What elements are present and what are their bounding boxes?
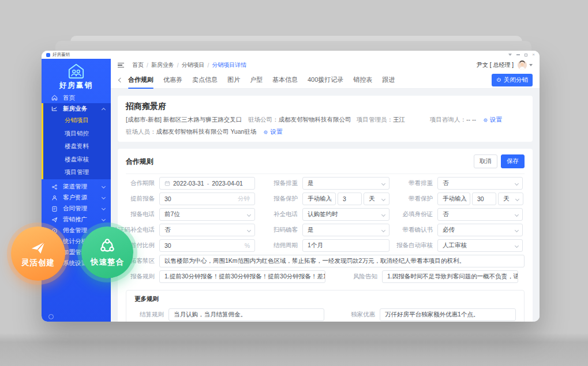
report-phone-select[interactable]: 前7位 [159, 208, 255, 221]
tab-selling-points[interactable]: 卖点信息 [192, 76, 218, 84]
save-button[interactable]: 保存 [501, 154, 525, 168]
sidebar-item-customers[interactable]: 客户资源 [42, 193, 111, 203]
tab-salescontrol-table[interactable]: 销控表 [353, 76, 372, 84]
back-chevron-icon[interactable] [118, 77, 123, 82]
cancel-button[interactable]: 取消 [474, 154, 497, 168]
top-nav-bar: 首页 / 新房业务 / 分销项目 / 分销项目详情 尹文 [ 总经理 ] [111, 59, 540, 71]
visit-protect-value-input[interactable]: 30 [472, 193, 496, 205]
breadcrumb-newhouse[interactable]: 新房业务 [151, 61, 174, 69]
sidebar-collapse-icon[interactable] [48, 314, 54, 319]
field-label: 合作期限 [126, 179, 155, 187]
chevron-up-icon [102, 107, 106, 111]
tab-cooperation-rules[interactable]: 合作规则 [128, 76, 153, 84]
visit-dedupe-select[interactable]: 否 [437, 177, 523, 190]
consultant-label: 项目咨询人： [430, 116, 466, 123]
gear-icon [483, 118, 488, 123]
sidebar-item-building-info[interactable]: 楼盘资料 [43, 140, 111, 153]
more-rules-title: 更多规则 [134, 295, 516, 303]
breadcrumb-distribution[interactable]: 分销项目 [182, 61, 205, 69]
window-menu-caret-icon[interactable] [508, 54, 512, 56]
sidebar-item-project-salescontrol[interactable]: 项目销控 [43, 127, 111, 141]
tab-images[interactable]: 图片 [227, 76, 240, 84]
sidebar-item-home[interactable]: 首页 [42, 92, 111, 103]
main-area: 首页 / 新房业务 / 分销项目 / 分销项目详情 尹文 [ 总经理 ] [111, 59, 540, 322]
down-payment-input[interactable]: 30 % [159, 239, 255, 252]
sidebar-item-channel[interactable]: 渠道管理 [42, 182, 111, 193]
visit-protect-unit-select[interactable]: 天 [498, 193, 523, 205]
user-menu[interactable]: 尹文 [ 总经理 ] [477, 61, 533, 70]
staff-settings-link[interactable]: 设置 [263, 128, 282, 136]
consultant-value: -- -- [466, 116, 476, 123]
sidebar-item-contracts[interactable]: 合同管理 [42, 203, 111, 214]
company-label: 驻场公司： [248, 116, 279, 123]
chevron-down-icon [102, 217, 106, 221]
hub-share-icon [98, 237, 117, 256]
auto-review-select[interactable]: 人工审核 [437, 239, 523, 252]
project-address: [成都市-新都] 新都区三木路与狮王路交叉口 [126, 116, 248, 124]
app-window: 好房赢销 × 好房赢销 [42, 51, 540, 322]
tab-basic-info[interactable]: 基本信息 [272, 76, 298, 84]
no-client-zone-input[interactable]: 以售楼部为中心，周围1Km范围内为红色区域，禁止拓客，一经发现罚款2万元，取消经… [159, 255, 525, 267]
captcha-phone-select[interactable]: 否 [159, 224, 255, 236]
fab-label: 快速整合 [91, 257, 124, 267]
divider [126, 173, 525, 174]
id-required-select[interactable]: 否 [437, 208, 523, 221]
settle-rule-input[interactable]: 当月认购，当月结算佣金。 [168, 308, 324, 321]
visit-confirm-doc-select[interactable]: 必传 [437, 224, 523, 236]
brand-house-users-icon [68, 63, 85, 80]
report-rule-input[interactable]: 1.提前30分钟报备！提前30分钟报备！提前30分钟报备！差1分钟都视为售楼部自… [159, 270, 325, 283]
field-label: 报备规则 [126, 273, 155, 281]
field-label: 结佣周期 [255, 242, 298, 250]
sidebar-item-marketing[interactable]: 营销推广 [42, 214, 111, 225]
minimize-icon[interactable] [516, 54, 520, 55]
exclusive-offer-input[interactable]: 万仟好房平台独家额外优惠1个点。 [380, 308, 516, 321]
power-icon [496, 77, 501, 82]
breadcrumb-home[interactable]: 首页 [132, 61, 144, 69]
quick-integrate-fab[interactable]: 快速整合 [81, 227, 133, 278]
field-label: 报备电话 [126, 210, 155, 218]
brand-name: 好房赢销 [42, 81, 111, 90]
company-value: 成都友邻智物科技有限公司 [279, 116, 351, 123]
date-end: 2023-04-01 [212, 180, 243, 187]
field-label: 风险告知 [325, 273, 377, 281]
share-network-icon [51, 183, 58, 190]
consultant-settings-link[interactable]: 设置 [483, 116, 502, 124]
field-label: 提前报备 [126, 195, 155, 203]
close-icon[interactable]: × [532, 52, 535, 57]
window-title: 好房赢销 [53, 52, 70, 58]
sidebar-item-building-review[interactable]: 楼盘审核 [43, 153, 111, 167]
tab-coupons[interactable]: 优惠券 [163, 76, 182, 84]
report-dedupe-select[interactable]: 是 [302, 177, 389, 190]
advance-report-input[interactable]: 30 分钟 [159, 193, 255, 205]
section-title: 合作规则 [126, 157, 153, 167]
gear-icon [263, 130, 268, 135]
flexible-create-fab[interactable]: 灵活创建 [11, 227, 65, 281]
tab-400-call-log[interactable]: 400拨打记录 [308, 76, 343, 84]
chevron-down-icon [102, 184, 106, 188]
sidebar-item-project-management[interactable]: 项目管理 [43, 166, 111, 179]
sidebar-item-distribution-projects[interactable]: 分销项目 [43, 114, 111, 127]
scan-confirm-select[interactable]: 是 [302, 224, 389, 236]
risk-notice-input[interactable]: 1.因报备时间不足导致判客问题的一概不负责，请各位经纪人一定要把控好报备时间。 [382, 270, 518, 283]
field-label: 报备自动审核 [389, 242, 433, 250]
close-distribution-button[interactable]: 关闭分销 [492, 74, 533, 86]
window-titlebar: 好房赢销 × [42, 51, 540, 59]
report-protect-value-input[interactable]: 3 [338, 193, 362, 205]
tab-floorplans[interactable]: 户型 [250, 76, 263, 84]
sidebar-item-newhouse[interactable]: 新房业务 [43, 103, 111, 114]
restore-icon[interactable] [525, 54, 527, 56]
field-label: 必填身份证 [389, 210, 433, 218]
sidebar: 好房赢销 首页 新房业务 分销项目 [42, 59, 111, 322]
report-protect-unit-select[interactable]: 天 [364, 193, 389, 205]
breadcrumb: 首页 / 新房业务 / 分销项目 / 分销项目详情 [132, 61, 246, 69]
report-protect-mode-select[interactable]: 手动输入 [302, 193, 336, 205]
project-info-card: 招商雍景府 [成都市-新都] 新都区三木路与狮王路交叉口 驻场公司：成都友邻智物… [118, 96, 533, 142]
menu-collapse-icon[interactable] [118, 63, 124, 68]
visit-protect-mode-select[interactable]: 手动输入 [437, 193, 470, 205]
tab-followup[interactable]: 跟进 [382, 76, 395, 84]
date-range-input[interactable]: 2022-03-31 - 2023-04-01 [159, 177, 255, 190]
complete-phone-select[interactable]: 认购签约时 [302, 208, 389, 221]
commission-cycle-input[interactable]: 1个月 [302, 239, 389, 252]
trend-chart-icon [51, 105, 58, 112]
staff-value: 成都友邻智物科技有限公司 Yuan驻场 [156, 128, 257, 135]
